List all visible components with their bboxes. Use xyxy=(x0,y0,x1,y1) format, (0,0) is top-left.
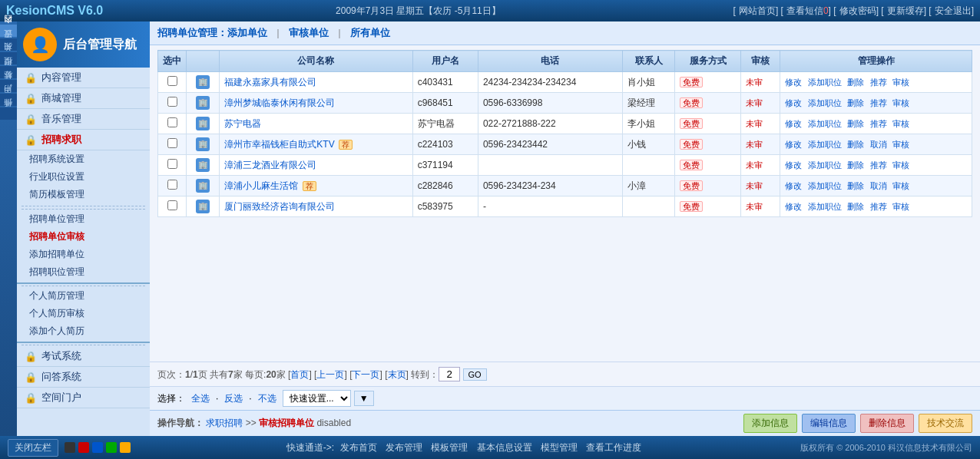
strip-label-tag[interactable]: 标签 xyxy=(0,80,17,92)
nav-review-unit[interactable]: 审核单位 xyxy=(289,26,329,40)
action-取消-4[interactable]: 取消 xyxy=(870,140,887,149)
action-添加职位-6[interactable]: 添加职位 xyxy=(808,181,842,190)
top-link-refresh[interactable]: 更新缓存 xyxy=(887,5,924,16)
strip-label-user[interactable]: 用户 xyxy=(0,94,17,106)
top-link-msg[interactable]: 查看短信0 xyxy=(786,5,829,16)
row-checkbox-4[interactable] xyxy=(167,138,177,148)
page-next[interactable]: 下一页 xyxy=(352,369,379,380)
sidebar-sub-job-mgmt[interactable]: 招聘职位管理 xyxy=(17,263,150,281)
action-推荐-5[interactable]: 推荐 xyxy=(870,160,887,170)
sidebar-item-recruit-job[interactable]: 🔒 招聘求职 xyxy=(17,130,150,150)
company-link-1[interactable]: 福建永嘉家具有限公司 xyxy=(224,77,316,88)
color-dot-4[interactable] xyxy=(106,442,117,453)
action-审核-6[interactable]: 审核 xyxy=(892,181,909,190)
action-修改-1[interactable]: 修改 xyxy=(785,78,802,87)
nav-all-unit[interactable]: 所有单位 xyxy=(350,26,390,40)
sidebar-sub-personal-review[interactable]: 个人简历审核 xyxy=(17,305,150,322)
action-推荐-1[interactable]: 推荐 xyxy=(870,78,887,87)
action-删除-7[interactable]: 删除 xyxy=(847,202,864,211)
path-recruit[interactable]: 求职招聘 xyxy=(206,418,243,428)
company-link-5[interactable]: 漳浦三龙酒业有限公司 xyxy=(224,160,316,170)
quick-link-progress[interactable]: 查看工作进度 xyxy=(586,442,641,453)
company-link-2[interactable]: 漳州梦城临泰休闲有限公司 xyxy=(224,97,335,108)
action-添加职位-1[interactable]: 添加职位 xyxy=(808,78,842,87)
action-修改-4[interactable]: 修改 xyxy=(785,140,802,149)
strip-label-related[interactable]: 相关 xyxy=(0,52,17,64)
color-dot-5[interactable] xyxy=(120,442,131,453)
page-goto-input[interactable] xyxy=(439,367,460,381)
deselect-link[interactable]: 不选 xyxy=(258,392,276,405)
quick-link-pub-mgmt[interactable]: 发布管理 xyxy=(386,442,422,453)
invert-select-link[interactable]: 反选 xyxy=(224,392,243,405)
row-checkbox-2[interactable] xyxy=(167,97,177,107)
quick-set-btn[interactable]: ▼ xyxy=(354,391,374,406)
action-添加职位-5[interactable]: 添加职位 xyxy=(808,160,842,170)
sidebar-sub-unit-mgmt[interactable]: 招聘单位管理 xyxy=(17,210,150,228)
row-checkbox-3[interactable] xyxy=(167,117,177,127)
page-goto-btn[interactable]: GO xyxy=(463,368,487,381)
select-all-link[interactable]: 全选 xyxy=(191,392,210,405)
sidebar-item-music-mgmt[interactable]: 🔒 音乐管理 xyxy=(17,109,150,130)
strip-label-model[interactable]: 模型 xyxy=(0,66,17,78)
close-sidebar-btn[interactable]: 关闭左栏 xyxy=(8,439,58,457)
action-修改-3[interactable]: 修改 xyxy=(785,119,802,128)
quick-link-publish[interactable]: 发布首页 xyxy=(340,442,377,453)
sidebar-item-content-mgmt[interactable]: 🔒 内容管理 xyxy=(17,68,150,88)
sidebar-sub-unit-review[interactable]: 招聘单位审核 xyxy=(17,228,150,246)
color-dot-3[interactable] xyxy=(92,442,103,453)
action-审核-2[interactable]: 审核 xyxy=(892,98,909,107)
page-last[interactable]: 末页 xyxy=(388,369,406,380)
company-link-7[interactable]: 厦门丽致经济咨询有限公司 xyxy=(224,201,335,212)
quick-link-model[interactable]: 模型管理 xyxy=(541,442,578,453)
top-link-pwd[interactable]: 修改密码 xyxy=(839,5,876,16)
sidebar-sub-resume-template[interactable]: 简历模板管理 xyxy=(17,186,150,203)
action-修改-6[interactable]: 修改 xyxy=(785,181,802,190)
action-审核-4[interactable]: 审核 xyxy=(892,140,909,149)
action-审核-1[interactable]: 审核 xyxy=(892,78,909,87)
top-link-home[interactable]: 网站首页 xyxy=(739,5,776,16)
edit-info-btn[interactable]: 编辑信息 xyxy=(802,414,856,433)
action-添加职位-3[interactable]: 添加职位 xyxy=(808,119,842,128)
row-checkbox-5[interactable] xyxy=(167,159,177,169)
quick-link-basic-settings[interactable]: 基本信息设置 xyxy=(477,442,532,453)
action-审核-7[interactable]: 审核 xyxy=(892,202,909,211)
action-推荐-3[interactable]: 推荐 xyxy=(870,119,887,128)
strip-label-content[interactable]: 内容 xyxy=(0,25,17,37)
company-link-6[interactable]: 漳浦小儿麻生活馆 xyxy=(224,180,298,191)
sidebar-item-space[interactable]: 🔒 空间门户 xyxy=(17,388,150,408)
action-审核-5[interactable]: 审核 xyxy=(892,160,909,170)
action-添加职位-4[interactable]: 添加职位 xyxy=(808,140,842,149)
page-first[interactable]: 首页 xyxy=(290,369,309,380)
row-checkbox-6[interactable] xyxy=(167,180,177,190)
company-link-4[interactable]: 漳州市幸福钱柜自助式KTV xyxy=(224,139,334,150)
action-添加职位-7[interactable]: 添加职位 xyxy=(808,202,842,211)
sidebar-item-qa[interactable]: 🔒 问答系统 xyxy=(17,367,150,388)
action-删除-6[interactable]: 删除 xyxy=(847,181,864,190)
sidebar-sub-industry-settings[interactable]: 行业职位设置 xyxy=(17,168,150,186)
action-删除-2[interactable]: 删除 xyxy=(847,98,864,107)
top-link-logout[interactable]: 安全退出 xyxy=(935,5,972,16)
sidebar-item-exam[interactable]: 🔒 考试系统 xyxy=(17,346,150,367)
action-删除-3[interactable]: 删除 xyxy=(847,119,864,128)
action-修改-2[interactable]: 修改 xyxy=(785,98,802,107)
action-修改-5[interactable]: 修改 xyxy=(785,160,802,170)
sidebar-sub-add-resume[interactable]: 添加个人简历 xyxy=(17,322,150,340)
color-dot-2[interactable] xyxy=(78,442,89,453)
action-推荐-7[interactable]: 推荐 xyxy=(870,202,887,211)
strip-label-settings[interactable]: 设置 xyxy=(0,38,17,51)
action-删除-5[interactable]: 删除 xyxy=(847,160,864,170)
tech-btn[interactable]: 技术交流 xyxy=(919,414,972,433)
strip-label-plugin[interactable]: 插件 xyxy=(0,107,17,120)
action-审核-3[interactable]: 审核 xyxy=(892,119,909,128)
sidebar-sub-recruit-settings[interactable]: 招聘系统设置 xyxy=(17,150,150,168)
row-checkbox-7[interactable] xyxy=(167,200,177,210)
action-修改-7[interactable]: 修改 xyxy=(785,202,802,211)
action-删除-1[interactable]: 删除 xyxy=(847,78,864,87)
quick-link-template[interactable]: 模板管理 xyxy=(431,442,468,453)
action-添加职位-2[interactable]: 添加职位 xyxy=(808,98,842,107)
action-推荐-2[interactable]: 推荐 xyxy=(870,98,887,107)
action-取消-6[interactable]: 取消 xyxy=(870,181,887,190)
sidebar-item-shop-mgmt[interactable]: 🔒 商城管理 xyxy=(17,88,150,109)
row-checkbox-1[interactable] xyxy=(167,76,177,86)
nav-add-unit[interactable]: 招聘单位管理：添加单位 xyxy=(157,26,267,40)
